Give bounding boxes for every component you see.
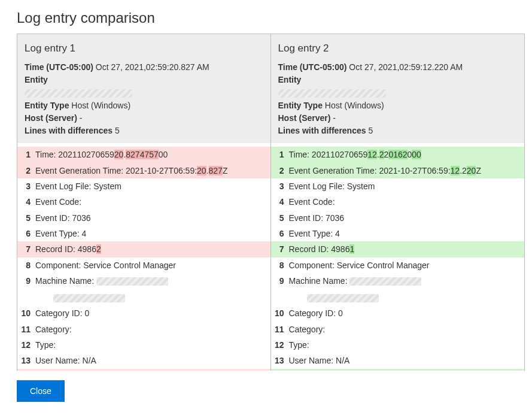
log-line: 4Event Code: (271, 194, 525, 210)
line-text (289, 290, 520, 304)
right-time-value: Oct 27, 2021,02:59:12.220 AM (349, 62, 463, 72)
diff-highlight: 00 (412, 150, 421, 159)
right-entity-label: Entity (278, 75, 302, 84)
line-number: 13 (273, 355, 289, 366)
log-line: 8Component: Service Control Manager (271, 258, 525, 273)
line-number: 1 (20, 149, 35, 160)
log-line: 3Event Log File: System (17, 178, 270, 194)
left-diff-label: Lines with differences (25, 126, 113, 135)
left-lines: 1Time: 20211027065920.8274757002Event Ge… (17, 143, 270, 371)
diff-highlight: 12 (451, 166, 460, 175)
log-line: 6Event Type: 4 (271, 226, 525, 241)
log-line: 3Event Log File: System (271, 178, 525, 194)
left-entity-type-value: Host (Windows) (71, 101, 130, 110)
log-line: 10Category ID: 0 (17, 305, 270, 321)
line-number: 12 (20, 339, 35, 351)
right-diff-count: 5 (368, 126, 373, 135)
line-number: 8 (273, 259, 289, 271)
log-comparison-dialog: Log entry comparison Log entry 1 Time (U… (0, 0, 532, 415)
left-time-label: Time (UTC-05:00) (25, 62, 93, 72)
line-number: 12 (273, 339, 289, 351)
left-time-value: Oct 27, 2021,02:59:20.827 AM (96, 62, 209, 72)
left-diff-count: 5 (115, 126, 120, 135)
redacted-value (307, 294, 379, 302)
log-line: 11Category: (17, 322, 270, 337)
log-line (271, 289, 525, 305)
line-text: Event Generation Time: 2021-10-27T06:59:… (289, 165, 520, 177)
left-entity-label: Entity (25, 75, 48, 84)
line-number: 11 (273, 323, 289, 335)
line-number: 1 (273, 149, 289, 160)
line-number: 4 (273, 196, 289, 208)
left-entity-type-label: Entity Type (25, 101, 69, 110)
right-host-label: Host (Server) (278, 113, 331, 123)
redacted-value (53, 294, 125, 302)
right-entity-type-value: Host (Windows) (325, 101, 384, 110)
line-number: 13 (20, 355, 35, 366)
log-line: 6Event Type: 4 (17, 226, 270, 241)
compare-table: Log entry 1 Time (UTC-05:00) Oct 27, 202… (17, 34, 525, 371)
right-header: Log entry 2 Time (UTC-05:00) Oct 27, 202… (271, 34, 525, 143)
log-line: 13User Name: N/A (271, 353, 525, 368)
log-line: 13User Name: N/A (17, 353, 270, 368)
line-number: 7 (273, 243, 289, 255)
redacted-value (349, 277, 421, 286)
diff-highlight: 8274757 (126, 150, 159, 159)
line-text: Category ID: 0 (289, 307, 520, 319)
line-number: 5 (20, 212, 35, 224)
dialog-title: Log entry comparison (0, 0, 532, 34)
redacted-value (278, 89, 386, 98)
line-number: 6 (273, 228, 289, 240)
scroll-area[interactable]: Log entry 1 Time (UTC-05:00) Oct 27, 202… (0, 34, 532, 371)
line-number: 2 (273, 165, 289, 177)
line-text: Time: 20211027065912.220162000 (289, 149, 520, 160)
log-line: 9Machine Name: (271, 273, 525, 289)
diff-highlight: 20 (114, 150, 124, 159)
line-number: 6 (20, 228, 35, 240)
log-line: 14Data: param1:Software Protection; para… (17, 369, 270, 371)
line-text: Event Log File: System (35, 180, 266, 192)
content-wrapper: Log entry 1 Time (UTC-05:00) Oct 27, 202… (0, 34, 532, 371)
log-line: 14Data: param1:Windows Update; param2:ru… (271, 369, 525, 371)
line-text: Type: (289, 339, 520, 351)
line-text: Category ID: 0 (35, 307, 266, 319)
line-text: Machine Name: (35, 275, 266, 287)
redacted-value (96, 277, 168, 286)
dialog-footer: Close (0, 371, 532, 415)
log-line: 9Machine Name: (17, 273, 270, 289)
line-number: 5 (273, 212, 289, 224)
line-text: Type: (35, 339, 266, 351)
line-text: Event ID: 7036 (35, 212, 266, 224)
line-text: User Name: N/A (289, 355, 520, 366)
line-text: Event Type: 4 (35, 228, 266, 240)
line-text: Event Code: (289, 196, 520, 208)
line-number: 9 (20, 275, 35, 287)
line-number: 11 (20, 323, 35, 335)
line-text: Event ID: 7036 (289, 212, 520, 224)
redacted-value (25, 89, 132, 98)
line-text: Machine Name: (289, 275, 520, 287)
left-host-value: - (80, 113, 83, 123)
left-host-label: Host (Server) (25, 113, 77, 123)
diff-highlight: 0162 (388, 150, 407, 159)
right-time-label: Time (UTC-05:00) (278, 62, 347, 72)
diff-highlight: 20 (197, 166, 206, 175)
close-button[interactable]: Close (17, 380, 65, 402)
log-entry-left-column: Log entry 1 Time (UTC-05:00) Oct 27, 202… (17, 34, 271, 371)
line-text: Event Type: 4 (289, 228, 520, 240)
diff-highlight: 2 (379, 150, 384, 159)
right-entity-type-label: Entity Type (278, 101, 323, 110)
line-number: 3 (273, 180, 289, 192)
log-line: 10Category ID: 0 (271, 305, 525, 321)
line-text: User Name: N/A (35, 355, 266, 366)
diff-highlight: 12 (367, 150, 377, 159)
log-line: 8Component: Service Control Manager (17, 258, 270, 273)
line-number: 8 (20, 259, 35, 271)
line-text: Category: (289, 323, 520, 335)
line-text (35, 290, 266, 304)
line-number: 9 (273, 275, 289, 287)
diff-highlight: 827 (209, 166, 223, 175)
right-host-value: - (333, 113, 336, 123)
log-line (17, 289, 270, 305)
diff-highlight: 20 (467, 166, 476, 175)
